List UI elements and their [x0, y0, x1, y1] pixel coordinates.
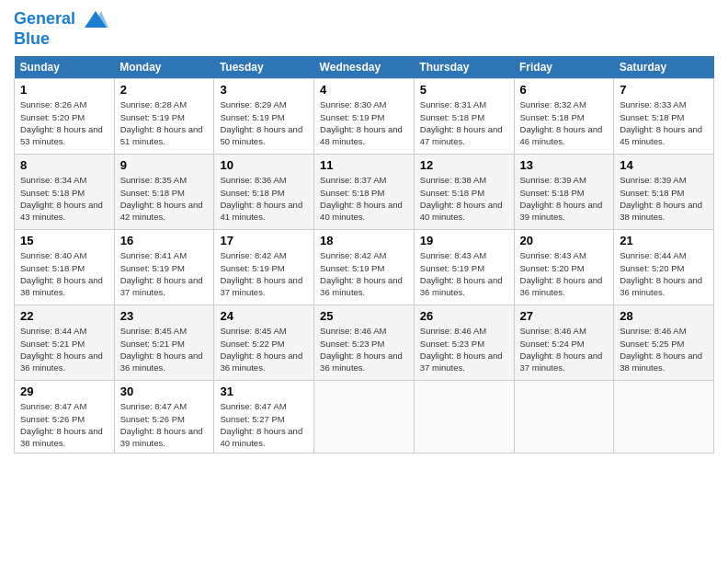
day-info: Sunrise: 8:43 AMSunset: 5:19 PMDaylight:…	[420, 249, 508, 298]
day-number: 18	[320, 234, 408, 247]
day-number: 16	[120, 234, 209, 247]
day-info: Sunrise: 8:34 AMSunset: 5:18 PMDaylight:…	[20, 174, 108, 223]
calendar-cell	[614, 381, 714, 454]
calendar-cell: 10 Sunrise: 8:36 AMSunset: 5:18 PMDaylig…	[214, 155, 314, 230]
calendar-cell: 26 Sunrise: 8:46 AMSunset: 5:23 PMDaylig…	[414, 305, 514, 381]
day-info: Sunrise: 8:44 AMSunset: 5:21 PMDaylight:…	[20, 325, 108, 373]
day-info: Sunrise: 8:39 AMSunset: 5:18 PMDaylight:…	[520, 174, 609, 223]
calendar-cell: 15 Sunrise: 8:40 AMSunset: 5:18 PMDaylig…	[15, 230, 115, 305]
logo: General Blue	[14, 9, 108, 49]
day-info: Sunrise: 8:26 AMSunset: 5:20 PMDaylight:…	[20, 98, 108, 147]
calendar-cell: 23 Sunrise: 8:45 AMSunset: 5:21 PMDaylig…	[114, 305, 214, 381]
day-number: 3	[220, 83, 308, 97]
calendar-cell: 24 Sunrise: 8:45 AMSunset: 5:22 PMDaylig…	[214, 305, 314, 381]
day-info: Sunrise: 8:35 AMSunset: 5:18 PMDaylight:…	[120, 174, 209, 223]
calendar-table: SundayMondayTuesdayWednesdayThursdayFrid…	[14, 56, 714, 454]
day-info: Sunrise: 8:30 AMSunset: 5:19 PMDaylight:…	[320, 98, 408, 147]
weekday-header: Wednesday	[314, 56, 415, 79]
calendar-cell: 12 Sunrise: 8:38 AMSunset: 5:18 PMDaylig…	[414, 155, 514, 230]
day-number: 20	[520, 234, 609, 247]
day-info: Sunrise: 8:41 AMSunset: 5:19 PMDaylight:…	[120, 249, 209, 298]
day-info: Sunrise: 8:46 AMSunset: 5:24 PMDaylight:…	[520, 325, 609, 373]
day-info: Sunrise: 8:46 AMSunset: 5:25 PMDaylight:…	[620, 325, 708, 373]
day-number: 17	[220, 234, 308, 247]
day-info: Sunrise: 8:32 AMSunset: 5:18 PMDaylight:…	[520, 98, 609, 147]
calendar-cell: 5 Sunrise: 8:31 AMSunset: 5:18 PMDayligh…	[414, 79, 514, 155]
weekday-header: Sunday	[15, 56, 115, 79]
day-number: 19	[420, 234, 508, 247]
calendar-cell: 27 Sunrise: 8:46 AMSunset: 5:24 PMDaylig…	[514, 305, 614, 381]
calendar-cell: 8 Sunrise: 8:34 AMSunset: 5:18 PMDayligh…	[15, 155, 115, 230]
calendar-cell: 22 Sunrise: 8:44 AMSunset: 5:21 PMDaylig…	[15, 305, 115, 381]
day-number: 30	[120, 385, 209, 398]
day-number: 21	[620, 234, 708, 247]
header: General Blue	[14, 9, 714, 49]
day-number: 2	[120, 83, 209, 97]
calendar-cell: 13 Sunrise: 8:39 AMSunset: 5:18 PMDaylig…	[514, 155, 614, 230]
weekday-header: Thursday	[414, 56, 514, 79]
day-number: 28	[620, 309, 708, 323]
calendar-cell: 4 Sunrise: 8:30 AMSunset: 5:19 PMDayligh…	[314, 79, 415, 155]
logo-text: General	[14, 9, 108, 29]
day-number: 4	[320, 83, 408, 97]
day-number: 23	[120, 309, 209, 323]
weekday-header: Friday	[514, 56, 614, 79]
calendar-cell: 28 Sunrise: 8:46 AMSunset: 5:25 PMDaylig…	[614, 305, 714, 381]
logo-line2: Blue	[14, 29, 108, 49]
day-number: 15	[20, 234, 108, 247]
calendar-cell: 2 Sunrise: 8:28 AMSunset: 5:19 PMDayligh…	[114, 79, 214, 155]
calendar-cell: 20 Sunrise: 8:43 AMSunset: 5:20 PMDaylig…	[514, 230, 614, 305]
day-info: Sunrise: 8:45 AMSunset: 5:21 PMDaylight:…	[120, 325, 209, 373]
day-number: 31	[220, 385, 308, 398]
day-info: Sunrise: 8:28 AMSunset: 5:19 PMDaylight:…	[120, 98, 209, 147]
calendar-cell: 30 Sunrise: 8:47 AMSunset: 5:26 PMDaylig…	[114, 381, 214, 454]
day-number: 5	[420, 83, 508, 97]
page: General Blue SundayMondayTuesdayWednesda…	[0, 0, 728, 563]
calendar-cell: 6 Sunrise: 8:32 AMSunset: 5:18 PMDayligh…	[514, 79, 614, 155]
calendar-cell: 9 Sunrise: 8:35 AMSunset: 5:18 PMDayligh…	[114, 155, 214, 230]
day-number: 7	[620, 83, 708, 97]
day-number: 25	[320, 309, 408, 323]
day-info: Sunrise: 8:47 AMSunset: 5:26 PMDaylight:…	[120, 400, 209, 449]
calendar-cell: 29 Sunrise: 8:47 AMSunset: 5:26 PMDaylig…	[15, 381, 115, 454]
calendar-cell	[414, 381, 514, 454]
day-info: Sunrise: 8:42 AMSunset: 5:19 PMDaylight:…	[220, 249, 308, 298]
day-number: 13	[520, 158, 609, 172]
day-info: Sunrise: 8:47 AMSunset: 5:27 PMDaylight:…	[220, 400, 308, 449]
day-info: Sunrise: 8:31 AMSunset: 5:18 PMDaylight:…	[420, 98, 508, 147]
day-number: 11	[320, 158, 408, 172]
day-number: 24	[220, 309, 308, 323]
day-info: Sunrise: 8:38 AMSunset: 5:18 PMDaylight:…	[420, 174, 508, 223]
day-number: 9	[120, 158, 209, 172]
day-number: 10	[220, 158, 308, 172]
day-number: 26	[420, 309, 508, 323]
day-number: 22	[20, 309, 108, 323]
calendar-cell: 1 Sunrise: 8:26 AMSunset: 5:20 PMDayligh…	[15, 79, 115, 155]
calendar-cell: 16 Sunrise: 8:41 AMSunset: 5:19 PMDaylig…	[114, 230, 214, 305]
day-info: Sunrise: 8:46 AMSunset: 5:23 PMDaylight:…	[320, 325, 408, 373]
weekday-header: Monday	[114, 56, 214, 79]
day-info: Sunrise: 8:44 AMSunset: 5:20 PMDaylight:…	[620, 249, 708, 298]
weekday-header: Saturday	[614, 56, 714, 79]
day-number: 8	[20, 158, 108, 172]
day-number: 27	[520, 309, 609, 323]
day-info: Sunrise: 8:33 AMSunset: 5:18 PMDaylight:…	[620, 98, 708, 147]
calendar-cell: 3 Sunrise: 8:29 AMSunset: 5:19 PMDayligh…	[214, 79, 314, 155]
day-info: Sunrise: 8:45 AMSunset: 5:22 PMDaylight:…	[220, 325, 308, 373]
calendar-cell: 7 Sunrise: 8:33 AMSunset: 5:18 PMDayligh…	[614, 79, 714, 155]
calendar-cell: 11 Sunrise: 8:37 AMSunset: 5:18 PMDaylig…	[314, 155, 415, 230]
day-number: 12	[420, 158, 508, 172]
day-info: Sunrise: 8:39 AMSunset: 5:18 PMDaylight:…	[620, 174, 708, 223]
day-info: Sunrise: 8:47 AMSunset: 5:26 PMDaylight:…	[20, 400, 108, 449]
day-info: Sunrise: 8:43 AMSunset: 5:20 PMDaylight:…	[520, 249, 609, 298]
calendar-cell	[514, 381, 614, 454]
day-info: Sunrise: 8:46 AMSunset: 5:23 PMDaylight:…	[420, 325, 508, 373]
day-info: Sunrise: 8:36 AMSunset: 5:18 PMDaylight:…	[220, 174, 308, 223]
day-info: Sunrise: 8:29 AMSunset: 5:19 PMDaylight:…	[220, 98, 308, 147]
day-number: 29	[20, 385, 108, 398]
weekday-header: Tuesday	[214, 56, 314, 79]
calendar-cell: 14 Sunrise: 8:39 AMSunset: 5:18 PMDaylig…	[614, 155, 714, 230]
calendar-cell: 31 Sunrise: 8:47 AMSunset: 5:27 PMDaylig…	[214, 381, 314, 454]
day-info: Sunrise: 8:37 AMSunset: 5:18 PMDaylight:…	[320, 174, 408, 223]
day-info: Sunrise: 8:40 AMSunset: 5:18 PMDaylight:…	[20, 249, 108, 298]
